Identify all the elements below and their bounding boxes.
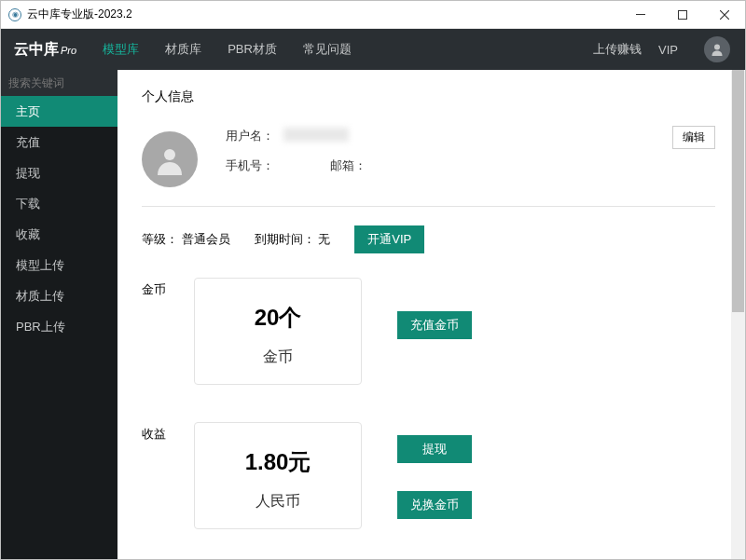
divider	[142, 206, 715, 207]
username-label: 用户名：	[226, 128, 274, 144]
app-icon: ◉	[8, 8, 21, 21]
right-nav-item-1[interactable]: VIP	[658, 43, 678, 57]
level-value: 普通会员	[182, 232, 230, 246]
page-title: 个人信息	[142, 89, 715, 105]
income-card: 1.80元 人民币	[194, 422, 362, 529]
svg-rect-1	[678, 10, 686, 19]
coin-card: 20个 金币	[194, 278, 362, 385]
username-value	[283, 128, 349, 142]
nav-item-3[interactable]: 常见问题	[303, 41, 352, 58]
level-label: 等级：	[142, 232, 178, 246]
coin-value: 20个	[204, 303, 352, 333]
svg-rect-0	[636, 14, 645, 15]
expire-value: 无	[318, 232, 330, 246]
income-unit: 人民币	[204, 492, 352, 512]
nav-item-1[interactable]: 材质库	[165, 41, 201, 58]
nav-item-0[interactable]: 模型库	[103, 41, 139, 58]
coin-unit: 金币	[204, 348, 352, 367]
sidebar-item-0[interactable]: 主页	[1, 96, 117, 127]
content-area: 个人信息 用户名： 手机号： 邮箱： 编辑	[117, 70, 745, 559]
edit-button[interactable]: 编辑	[672, 126, 715, 149]
sidebar-item-2[interactable]: 提现	[1, 157, 117, 188]
top-nav: 云中库Pro 模型库材质库PBR材质常见问题 上传赚钱VIP	[1, 29, 745, 70]
search-box[interactable]	[1, 70, 117, 96]
phone-label: 手机号：	[226, 157, 274, 174]
recharge-coin-button[interactable]: 充值金币	[397, 311, 472, 339]
income-section-label: 收益	[142, 422, 194, 443]
sidebar: 主页充值提现下载收藏模型上传材质上传PBR上传	[1, 70, 117, 559]
nav-item-2[interactable]: PBR材质	[228, 41, 277, 58]
sidebar-item-6[interactable]: 材质上传	[1, 280, 117, 311]
expire-label: 到期时间：	[255, 232, 315, 246]
email-label: 邮箱：	[330, 157, 366, 174]
income-value: 1.80元	[204, 447, 352, 477]
exchange-coin-button[interactable]: 兑换金币	[397, 491, 472, 519]
minimize-button[interactable]	[619, 1, 661, 28]
withdraw-button[interactable]: 提现	[397, 435, 472, 463]
sidebar-item-4[interactable]: 收藏	[1, 219, 117, 250]
svg-point-2	[714, 45, 720, 50]
maximize-button[interactable]	[661, 1, 703, 28]
titlebar: ◉ 云中库专业版-2023.2	[1, 1, 745, 29]
open-vip-button[interactable]: 开通VIP	[354, 225, 424, 253]
coin-section-label: 金币	[142, 278, 194, 298]
scrollbar[interactable]	[731, 70, 745, 559]
sidebar-item-3[interactable]: 下载	[1, 188, 117, 219]
svg-point-4	[164, 149, 175, 160]
sidebar-item-7[interactable]: PBR上传	[1, 311, 117, 342]
sidebar-item-1[interactable]: 充值	[1, 127, 117, 157]
profile-avatar	[142, 131, 198, 187]
scrollbar-thumb[interactable]	[732, 70, 744, 312]
sidebar-item-5[interactable]: 模型上传	[1, 250, 117, 280]
right-nav-item-0[interactable]: 上传赚钱	[593, 41, 642, 58]
user-avatar-button[interactable]	[704, 36, 730, 62]
close-button[interactable]	[703, 1, 745, 28]
window-title: 云中库专业版-2023.2	[27, 7, 619, 22]
logo: 云中库Pro	[14, 40, 76, 60]
